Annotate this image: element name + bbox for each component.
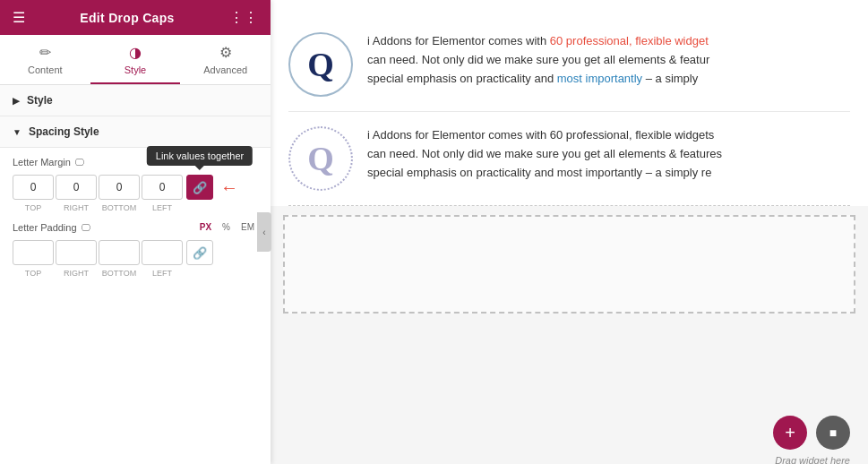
left-panel: ☰ Edit Drop Caps ⋮⋮ ✏ Content ◑ Style ⚙ … [0,0,271,464]
drop-cap-letter-1: Q [288,32,353,97]
margin-bottom-label: BOTTOM [99,203,140,212]
margin-inputs [13,175,183,200]
tab-content[interactable]: ✏ Content [0,35,90,84]
collapse-handle[interactable]: ‹ [257,212,271,252]
panel-header: ☰ Edit Drop Caps ⋮⋮ [0,0,271,35]
letter-margin-row: Letter Margin 🖵 [13,157,258,168]
content-tab-label: Content [28,64,63,75]
margin-right-label: RIGHT [56,203,97,212]
margin-link-button[interactable]: 🔗 [186,175,213,200]
padding-units: PX % EM [196,221,258,233]
content-tab-icon: ✏ [39,44,51,61]
letter-margin-label: Letter Margin 🖵 [13,157,93,168]
padding-link-button[interactable]: 🔗 [186,240,213,265]
margin-top-input[interactable] [13,175,54,200]
drop-cap-letter-2: Q [288,126,353,191]
spacing-section-header[interactable]: ▼ Spacing Style [0,116,271,148]
unit-px-btn[interactable]: PX [196,221,215,233]
style-tab-label: Style [125,64,146,75]
padding-right-label: RIGHT [56,269,97,278]
grid-icon[interactable]: ⋮⋮ [229,9,258,26]
action-buttons: + ■ Drag widget here [773,416,850,450]
tab-advanced[interactable]: ⚙ Advanced [180,35,271,84]
padding-top-input[interactable] [13,240,54,265]
panel-title: Edit Drop Caps [80,11,174,25]
tab-style[interactable]: ◑ Style [90,35,181,84]
panel-tabs: ✏ Content ◑ Style ⚙ Advanced [0,35,271,85]
padding-left-input[interactable] [142,240,183,265]
spacing-section-label: Spacing Style [29,125,99,138]
arrow-indicator: ← [220,177,238,198]
margin-responsive-icon: 🖵 [74,157,84,168]
letter-padding-row: Letter Padding 🖵 PX % EM [13,221,258,233]
empty-drop-zone[interactable] [283,215,855,314]
margin-left-label: LEFT [142,203,183,212]
padding-responsive-icon: 🖵 [81,222,90,233]
margin-top-label: TOP [13,203,54,212]
content-block-1: Q i Addons for Elementor comes with 60 p… [288,18,850,112]
style-section-arrow: ▶ [13,96,20,106]
margin-bottom-input[interactable] [99,175,140,200]
advanced-tab-label: Advanced [203,64,247,75]
block-text-1: i Addons for Elementor comes with 60 pro… [367,32,709,88]
spacing-section-body: Letter Margin 🖵 Link values together 🔗 ←… [0,148,271,290]
margin-sub-labels: TOP RIGHT BOTTOM LEFT [13,203,258,212]
drag-label: Drag widget here [775,455,850,464]
style-section-label: Style [27,94,53,107]
padding-top-label: TOP [13,269,54,278]
padding-inputs-row: 🔗 [13,240,258,265]
advanced-tab-icon: ⚙ [219,44,232,61]
padding-inputs [13,240,183,265]
style-section-header[interactable]: ▶ Style [0,85,271,116]
padding-sub-labels: TOP RIGHT BOTTOM LEFT [13,269,258,278]
block-text-2: i Addons for Elementor comes with 60 pro… [367,126,722,182]
padding-left-label: LEFT [142,269,183,278]
padding-right-input[interactable] [56,240,97,265]
padding-bottom-input[interactable] [99,240,140,265]
content-block-2: Q i Addons for Elementor comes with 60 p… [288,112,850,206]
padding-bottom-label: BOTTOM [99,269,140,278]
margin-right-input[interactable] [56,175,97,200]
margin-left-input[interactable] [142,175,183,200]
spacing-section-arrow: ▼ [13,127,21,137]
square-button[interactable]: ■ [816,416,850,450]
main-area: Q i Addons for Elementor comes with 60 p… [271,0,868,464]
content-area: Q i Addons for Elementor comes with 60 p… [271,0,868,206]
letter-padding-label: Letter Padding 🖵 [13,222,93,233]
style-tab-icon: ◑ [129,44,142,61]
unit-percent-btn[interactable]: % [219,221,234,233]
unit-em-btn[interactable]: EM [237,221,258,233]
add-widget-button[interactable]: + [773,416,807,450]
hamburger-icon[interactable]: ☰ [13,9,25,26]
margin-link-container: Link values together 🔗 [186,175,213,200]
